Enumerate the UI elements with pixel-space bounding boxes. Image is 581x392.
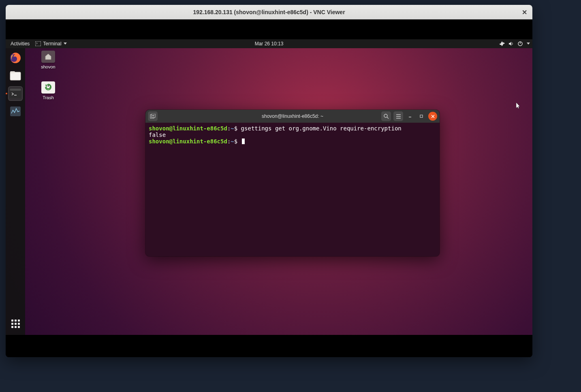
output-1: false — [149, 132, 166, 138]
command-2 — [237, 138, 241, 145]
network-icon — [499, 41, 505, 46]
prompt-sym: $ — [234, 138, 237, 145]
show-applications-button[interactable] — [8, 316, 23, 331]
prompt-sym: $ — [234, 125, 237, 132]
apps-grid-icon — [11, 320, 20, 328]
gnome-top-bar: Activities Terminal Mar 26 10:13 — [6, 39, 532, 48]
status-menu[interactable] — [499, 41, 530, 46]
vnc-viewer-window: 192.168.20.131 (shovon@linuxhint-e86c5d)… — [6, 5, 532, 357]
dock-files[interactable] — [8, 68, 23, 83]
close-icon — [431, 115, 435, 118]
minimize-button[interactable] — [406, 112, 414, 121]
firefox-icon — [9, 52, 21, 64]
trash-bin-icon — [41, 81, 55, 94]
dock-firefox[interactable] — [8, 51, 23, 65]
trash-label: Trash — [43, 95, 54, 100]
prompt-user: shovon@linuxhint-e86c5d — [149, 138, 227, 145]
vnc-close-button[interactable]: ✕ — [520, 8, 528, 16]
app-menu[interactable]: Terminal — [32, 41, 70, 47]
home-folder-label: shovon — [41, 64, 55, 69]
minimize-icon — [408, 114, 412, 118]
vnc-remote-area: Activities Terminal Mar 26 10:13 — [6, 19, 532, 357]
prompt-user: shovon@linuxhint-e86c5d — [149, 125, 227, 132]
activities-button[interactable]: Activities — [8, 41, 32, 47]
volume-icon — [509, 41, 514, 46]
mouse-cursor-icon — [516, 102, 521, 110]
close-icon: ✕ — [522, 9, 527, 16]
power-icon — [518, 41, 523, 46]
svg-rect-7 — [10, 89, 21, 91]
search-icon — [384, 114, 389, 119]
desktop-icons: shovon Trash — [34, 51, 62, 100]
trash-icon[interactable]: Trash — [34, 81, 62, 100]
terminal-icon — [10, 89, 21, 98]
system-monitor-icon — [10, 106, 21, 117]
maximize-icon — [419, 114, 423, 118]
terminal-menu-button[interactable] — [393, 111, 403, 121]
maximize-button[interactable] — [417, 112, 426, 121]
ubuntu-desktop[interactable]: Activities Terminal Mar 26 10:13 — [6, 39, 532, 335]
chevron-down-icon — [527, 43, 530, 45]
new-tab-button[interactable] — [148, 111, 158, 121]
prompt-path: ~ — [231, 125, 234, 132]
folder-home-icon — [41, 51, 55, 63]
terminal-window[interactable]: shovon@linuxhint-e86c5d: ~ — [145, 110, 440, 256]
hamburger-icon — [396, 114, 401, 119]
terminal-cursor — [242, 138, 245, 144]
command-1: gsettings get org.gnome.Vino require-enc… — [237, 125, 402, 132]
vnc-title: 192.168.20.131 (shovon@linuxhint-e86c5d)… — [193, 9, 345, 15]
svg-point-14 — [384, 114, 387, 117]
home-folder-icon[interactable]: shovon — [34, 51, 62, 69]
vnc-titlebar[interactable]: 192.168.20.131 (shovon@linuxhint-e86c5d)… — [6, 5, 532, 19]
files-icon — [10, 70, 21, 81]
svg-rect-5 — [10, 71, 15, 73]
terminal-title: shovon@linuxhint-e86c5d: ~ — [262, 113, 323, 119]
new-tab-icon — [150, 114, 156, 119]
terminal-body[interactable]: shovon@linuxhint-e86c5d:~$ gsettings get… — [145, 123, 440, 256]
terminal-icon — [35, 41, 41, 46]
terminal-close-button[interactable] — [428, 112, 437, 121]
svg-line-15 — [387, 117, 389, 119]
terminal-titlebar[interactable]: shovon@linuxhint-e86c5d: ~ — [145, 110, 440, 123]
dock-system-monitor[interactable] — [8, 104, 23, 119]
svg-rect-20 — [420, 115, 423, 117]
terminal-search-button[interactable] — [381, 111, 391, 121]
chevron-down-icon — [64, 43, 67, 45]
ubuntu-dock — [6, 48, 25, 335]
prompt-path: ~ — [231, 138, 234, 145]
svg-rect-0 — [35, 41, 41, 46]
clock[interactable]: Mar 26 10:13 — [255, 41, 284, 47]
app-menu-label: Terminal — [43, 41, 61, 47]
dock-terminal[interactable] — [8, 86, 23, 101]
